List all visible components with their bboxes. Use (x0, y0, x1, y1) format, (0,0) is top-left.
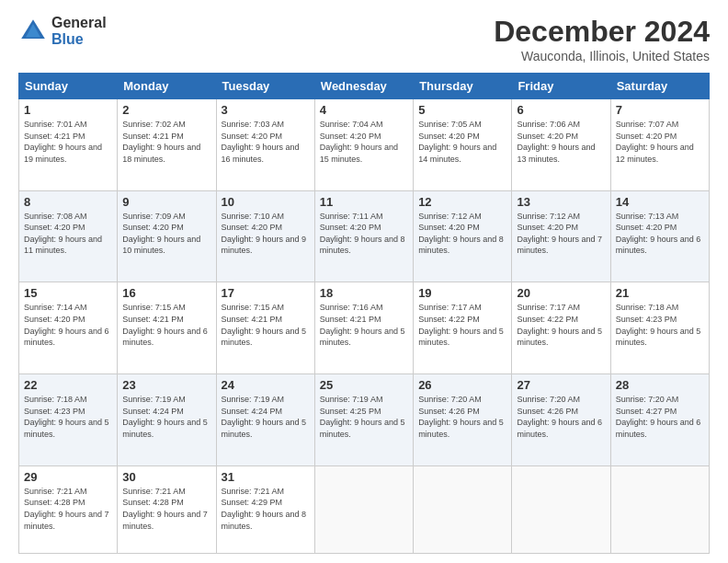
week-row-4: 22 Sunrise: 7:18 AMSunset: 4:23 PMDaylig… (19, 374, 710, 466)
day-info: Sunrise: 7:02 AMSunset: 4:21 PMDaylight:… (122, 120, 200, 164)
day-info: Sunrise: 7:17 AMSunset: 4:22 PMDaylight:… (517, 303, 602, 347)
day-number: 9 (122, 195, 210, 209)
day-cell: 13 Sunrise: 7:12 AMSunset: 4:20 PMDaylig… (512, 190, 610, 282)
day-info: Sunrise: 7:20 AMSunset: 4:27 PMDaylight:… (616, 395, 701, 439)
day-cell: 2 Sunrise: 7:02 AMSunset: 4:21 PMDayligh… (118, 99, 216, 191)
day-number: 20 (517, 286, 605, 300)
day-cell: 4 Sunrise: 7:04 AMSunset: 4:20 PMDayligh… (314, 99, 413, 191)
day-info: Sunrise: 7:18 AMSunset: 4:23 PMDaylight:… (24, 395, 109, 439)
day-cell: 10 Sunrise: 7:10 AMSunset: 4:20 PMDaylig… (216, 190, 314, 282)
day-cell: 3 Sunrise: 7:03 AMSunset: 4:20 PMDayligh… (216, 99, 314, 191)
day-cell: 15 Sunrise: 7:14 AMSunset: 4:20 PMDaylig… (19, 282, 118, 374)
day-number: 27 (517, 378, 605, 392)
day-info: Sunrise: 7:07 AMSunset: 4:20 PMDaylight:… (616, 120, 694, 164)
day-number: 8 (24, 195, 112, 209)
day-info: Sunrise: 7:16 AMSunset: 4:21 PMDaylight:… (320, 303, 405, 347)
col-header-thursday: Thursday (414, 74, 512, 99)
day-info: Sunrise: 7:04 AMSunset: 4:20 PMDaylight:… (320, 120, 398, 164)
day-cell: 16 Sunrise: 7:15 AMSunset: 4:21 PMDaylig… (118, 282, 216, 374)
logo-icon (18, 17, 48, 46)
day-number: 17 (222, 286, 310, 300)
day-info: Sunrise: 7:19 AMSunset: 4:24 PMDaylight:… (222, 395, 307, 439)
day-cell: 18 Sunrise: 7:16 AMSunset: 4:21 PMDaylig… (314, 282, 413, 374)
title-block: December 2024 Wauconda, Illinois, United… (494, 15, 710, 63)
day-number: 4 (320, 103, 408, 117)
week-row-2: 8 Sunrise: 7:08 AMSunset: 4:20 PMDayligh… (19, 190, 710, 282)
col-header-wednesday: Wednesday (314, 74, 413, 99)
day-number: 25 (320, 378, 408, 392)
col-header-saturday: Saturday (610, 74, 709, 99)
day-info: Sunrise: 7:14 AMSunset: 4:20 PMDaylight:… (24, 303, 109, 347)
day-cell: 30 Sunrise: 7:21 AMSunset: 4:28 PMDaylig… (118, 465, 216, 553)
day-cell: 11 Sunrise: 7:11 AMSunset: 4:20 PMDaylig… (314, 190, 413, 282)
day-number: 31 (222, 470, 310, 484)
day-info: Sunrise: 7:10 AMSunset: 4:20 PMDaylight:… (222, 212, 307, 256)
week-row-5: 29 Sunrise: 7:21 AMSunset: 4:28 PMDaylig… (19, 465, 710, 553)
day-number: 19 (418, 286, 506, 300)
day-number: 12 (418, 195, 506, 209)
day-cell: 14 Sunrise: 7:13 AMSunset: 4:20 PMDaylig… (610, 190, 709, 282)
day-info: Sunrise: 7:17 AMSunset: 4:22 PMDaylight:… (418, 303, 504, 347)
day-cell: 19 Sunrise: 7:17 AMSunset: 4:22 PMDaylig… (414, 282, 512, 374)
day-info: Sunrise: 7:20 AMSunset: 4:26 PMDaylight:… (418, 395, 504, 439)
day-cell: 29 Sunrise: 7:21 AMSunset: 4:28 PMDaylig… (19, 465, 118, 553)
col-header-friday: Friday (512, 74, 610, 99)
day-cell: 7 Sunrise: 7:07 AMSunset: 4:20 PMDayligh… (610, 99, 709, 191)
day-cell: 17 Sunrise: 7:15 AMSunset: 4:21 PMDaylig… (216, 282, 314, 374)
col-header-monday: Monday (118, 74, 216, 99)
day-number: 3 (222, 103, 310, 117)
day-number: 24 (222, 378, 310, 392)
day-cell (512, 465, 610, 553)
day-cell: 21 Sunrise: 7:18 AMSunset: 4:23 PMDaylig… (610, 282, 709, 374)
logo-blue-text: Blue (51, 31, 107, 48)
day-number: 29 (24, 470, 112, 484)
day-number: 14 (616, 195, 704, 209)
header: General Blue December 2024 Wauconda, Ill… (18, 15, 710, 63)
day-number: 21 (616, 286, 704, 300)
day-number: 5 (418, 103, 506, 117)
day-cell: 23 Sunrise: 7:19 AMSunset: 4:24 PMDaylig… (118, 374, 216, 466)
day-info: Sunrise: 7:05 AMSunset: 4:20 PMDaylight:… (418, 120, 496, 164)
day-cell: 31 Sunrise: 7:21 AMSunset: 4:29 PMDaylig… (216, 465, 314, 553)
day-cell: 8 Sunrise: 7:08 AMSunset: 4:20 PMDayligh… (19, 190, 118, 282)
logo-text: General Blue (51, 15, 107, 47)
day-number: 30 (122, 470, 210, 484)
day-cell: 12 Sunrise: 7:12 AMSunset: 4:20 PMDaylig… (414, 190, 512, 282)
day-number: 13 (517, 195, 605, 209)
logo: General Blue (18, 15, 107, 47)
day-info: Sunrise: 7:12 AMSunset: 4:20 PMDaylight:… (418, 212, 504, 256)
day-cell (314, 465, 413, 553)
day-info: Sunrise: 7:15 AMSunset: 4:21 PMDaylight:… (222, 303, 307, 347)
day-info: Sunrise: 7:09 AMSunset: 4:20 PMDaylight:… (122, 212, 200, 256)
day-cell: 22 Sunrise: 7:18 AMSunset: 4:23 PMDaylig… (19, 374, 118, 466)
day-info: Sunrise: 7:01 AMSunset: 4:21 PMDaylight:… (24, 120, 102, 164)
week-row-1: 1 Sunrise: 7:01 AMSunset: 4:21 PMDayligh… (19, 99, 710, 191)
day-info: Sunrise: 7:13 AMSunset: 4:20 PMDaylight:… (616, 212, 701, 256)
day-number: 11 (320, 195, 408, 209)
day-cell: 24 Sunrise: 7:19 AMSunset: 4:24 PMDaylig… (216, 374, 314, 466)
day-cell: 26 Sunrise: 7:20 AMSunset: 4:26 PMDaylig… (414, 374, 512, 466)
day-info: Sunrise: 7:11 AMSunset: 4:20 PMDaylight:… (320, 212, 405, 256)
day-info: Sunrise: 7:08 AMSunset: 4:20 PMDaylight:… (24, 212, 102, 256)
page: General Blue December 2024 Wauconda, Ill… (0, 0, 728, 563)
day-number: 2 (122, 103, 210, 117)
day-cell: 20 Sunrise: 7:17 AMSunset: 4:22 PMDaylig… (512, 282, 610, 374)
day-cell: 6 Sunrise: 7:06 AMSunset: 4:20 PMDayligh… (512, 99, 610, 191)
day-info: Sunrise: 7:21 AMSunset: 4:29 PMDaylight:… (222, 487, 307, 531)
day-number: 22 (24, 378, 112, 392)
day-number: 6 (517, 103, 605, 117)
calendar-table: SundayMondayTuesdayWednesdayThursdayFrid… (18, 73, 710, 554)
day-cell: 9 Sunrise: 7:09 AMSunset: 4:20 PMDayligh… (118, 190, 216, 282)
header-row: SundayMondayTuesdayWednesdayThursdayFrid… (19, 74, 710, 99)
day-number: 10 (222, 195, 310, 209)
day-cell: 25 Sunrise: 7:19 AMSunset: 4:25 PMDaylig… (314, 374, 413, 466)
day-cell (610, 465, 709, 553)
day-number: 16 (122, 286, 210, 300)
logo-general-text: General (51, 15, 107, 31)
location: Wauconda, Illinois, United States (494, 49, 710, 63)
day-info: Sunrise: 7:15 AMSunset: 4:21 PMDaylight:… (122, 303, 208, 347)
col-header-sunday: Sunday (19, 74, 118, 99)
day-info: Sunrise: 7:20 AMSunset: 4:26 PMDaylight:… (517, 395, 602, 439)
day-number: 23 (122, 378, 210, 392)
day-info: Sunrise: 7:19 AMSunset: 4:24 PMDaylight:… (122, 395, 208, 439)
